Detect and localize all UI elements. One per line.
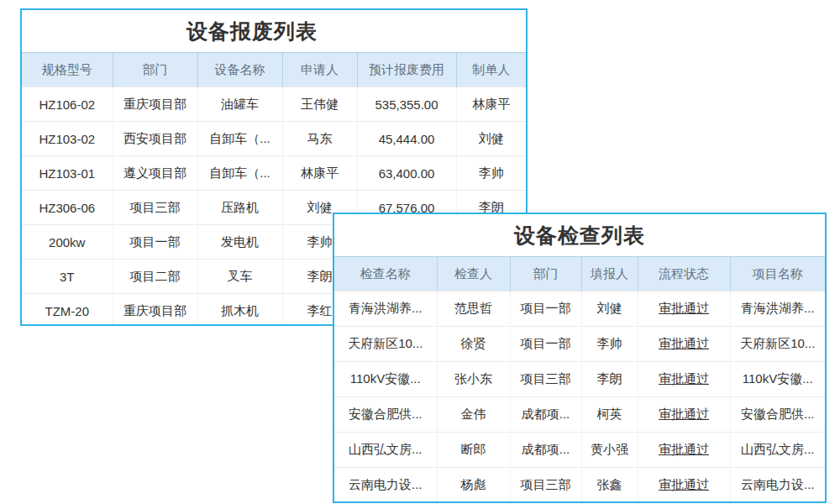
inspection-name-cell[interactable]: 安徽合肥供... (334, 397, 437, 433)
project-name-cell[interactable]: 安徽合肥供... (730, 397, 825, 433)
equipment-name-cell[interactable]: 抓木机 (197, 294, 282, 327)
department-cell: 项目一部 (510, 291, 581, 327)
department-cell: 项目三部 (510, 362, 581, 397)
column-header-creator: 制单人 (456, 53, 526, 87)
table-row: 天府新区10...徐贤项目一部李帅审批通过天府新区10... (334, 327, 825, 362)
process-status-cell[interactable]: 审批通过 (638, 433, 730, 468)
equipment-name-cell[interactable]: 自卸车（... (197, 122, 282, 156)
table-row: 青海洪湖养...范思哲项目一部刘健审批通过青海洪湖养... (334, 291, 825, 327)
column-header-applicant: 申请人 (282, 53, 357, 87)
spec-model-cell: HZ103-02 (22, 122, 113, 156)
project-name-cell[interactable]: 云南电力设... (730, 468, 825, 503)
table-row: HZ103-02西安项目部自卸车（...马东45,444.00刘健 (22, 122, 526, 156)
filler-cell[interactable]: 李帅 (581, 327, 638, 362)
column-header-project-name: 项目名称 (730, 257, 825, 291)
department-cell: 成都项... (510, 397, 581, 433)
equipment-name-cell[interactable]: 叉车 (197, 260, 282, 294)
inspection-table-title: 设备检查列表 (334, 214, 825, 256)
department-cell: 遵义项目部 (113, 156, 197, 191)
equipment-name-cell[interactable]: 油罐车 (197, 87, 282, 122)
spec-model-cell: HZ106-02 (22, 87, 113, 122)
estimated-scrap-cost-cell: 45,444.00 (357, 122, 456, 156)
spec-model-cell: HZ306-06 (22, 191, 113, 225)
equipment-name-cell[interactable]: 发电机 (197, 225, 282, 260)
process-status-cell[interactable]: 审批通过 (638, 362, 730, 397)
spec-model-cell: 3T (22, 260, 113, 294)
table-row: 安徽合肥供...金伟成都项...柯英审批通过安徽合肥供... (334, 397, 825, 433)
inspector-cell: 徐贤 (437, 327, 510, 362)
column-header-equipment-name: 设备名称 (197, 53, 282, 87)
table-row: HZ103-01遵义项目部自卸车（...林康平63,400.00李帅 (22, 156, 526, 191)
column-header-inspector: 检查人 (437, 257, 510, 291)
creator-cell[interactable]: 李帅 (456, 156, 526, 191)
process-status-cell[interactable]: 审批通过 (638, 468, 730, 503)
department-cell: 成都项... (510, 433, 581, 468)
column-header-estimated-scrap-cost: 预计报废费用 (357, 53, 456, 87)
column-header-department: 部门 (510, 257, 581, 291)
header-row: 规格型号部门设备名称申请人预计报废费用制单人 (22, 53, 526, 87)
inspection-name-cell[interactable]: 天府新区10... (334, 327, 437, 362)
table-row: 云南电力设...杨彪项目三部张鑫审批通过云南电力设... (334, 468, 825, 503)
creator-cell[interactable]: 林康平 (456, 87, 526, 122)
inspection-name-cell[interactable]: 山西弘文房... (334, 433, 437, 468)
spec-model-cell: HZ103-01 (22, 156, 113, 191)
department-cell: 项目一部 (510, 327, 581, 362)
inspection-name-cell[interactable]: 110kV安徽... (334, 362, 437, 397)
inspector-cell: 杨彪 (437, 468, 510, 503)
inspection-table-grid: 检查名称检查人部门填报人流程状态项目名称青海洪湖养...范思哲项目一部刘健审批通… (334, 256, 825, 502)
filler-cell[interactable]: 柯英 (581, 397, 638, 433)
department-cell: 西安项目部 (113, 122, 197, 156)
column-header-spec-model: 规格型号 (22, 53, 113, 87)
header-row: 检查名称检查人部门填报人流程状态项目名称 (334, 257, 825, 291)
applicant-cell[interactable]: 王伟健 (282, 87, 357, 122)
department-cell: 重庆项目部 (113, 294, 197, 327)
column-header-inspection-name: 检查名称 (334, 257, 437, 291)
department-cell: 项目一部 (113, 225, 197, 260)
department-cell: 重庆项目部 (113, 87, 197, 122)
department-cell: 项目三部 (113, 191, 197, 225)
filler-cell[interactable]: 张鑫 (581, 468, 638, 503)
spec-model-cell: 200kw (22, 225, 113, 260)
filler-cell[interactable]: 李朗 (581, 362, 638, 397)
creator-cell[interactable]: 刘健 (456, 122, 526, 156)
equipment-inspection-card: 设备检查列表 检查名称检查人部门填报人流程状态项目名称青海洪湖养...范思哲项目… (333, 213, 827, 503)
table-row: 110kV安徽...张小东项目三部李朗审批通过110kV安徽... (334, 362, 825, 397)
process-status-cell[interactable]: 审批通过 (638, 397, 730, 433)
process-status-cell[interactable]: 审批通过 (638, 291, 730, 327)
column-header-department: 部门 (113, 53, 197, 87)
inspector-cell: 范思哲 (437, 291, 510, 327)
applicant-cell[interactable]: 马东 (282, 122, 357, 156)
project-name-cell[interactable]: 青海洪湖养... (730, 291, 825, 327)
table-row: 山西弘文房...断郎成都项...黄小强审批通过山西弘文房... (334, 433, 825, 468)
estimated-scrap-cost-cell: 535,355.00 (357, 87, 456, 122)
table-row: HZ106-02重庆项目部油罐车王伟健535,355.00林康平 (22, 87, 526, 122)
inspector-cell: 张小东 (437, 362, 510, 397)
department-cell: 项目二部 (113, 260, 197, 294)
equipment-name-cell[interactable]: 自卸车（... (197, 156, 282, 191)
department-cell: 项目三部 (510, 468, 581, 503)
applicant-cell[interactable]: 林康平 (282, 156, 357, 191)
filler-cell[interactable]: 黄小强 (581, 433, 638, 468)
inspector-cell: 断郎 (437, 433, 510, 468)
inspection-name-cell[interactable]: 青海洪湖养... (334, 291, 437, 327)
estimated-scrap-cost-cell: 63,400.00 (357, 156, 456, 191)
inspection-name-cell[interactable]: 云南电力设... (334, 468, 437, 503)
column-header-filler: 填报人 (581, 257, 638, 291)
column-header-process-status: 流程状态 (638, 257, 730, 291)
inspector-cell: 金伟 (437, 397, 510, 433)
spec-model-cell: TZM-20 (22, 294, 113, 327)
project-name-cell[interactable]: 天府新区10... (730, 327, 825, 362)
project-name-cell[interactable]: 110kV安徽... (730, 362, 825, 397)
scrap-table-title: 设备报废列表 (22, 10, 526, 52)
equipment-name-cell[interactable]: 压路机 (197, 191, 282, 225)
project-name-cell[interactable]: 山西弘文房... (730, 433, 825, 468)
process-status-cell[interactable]: 审批通过 (638, 327, 730, 362)
filler-cell[interactable]: 刘健 (581, 291, 638, 327)
